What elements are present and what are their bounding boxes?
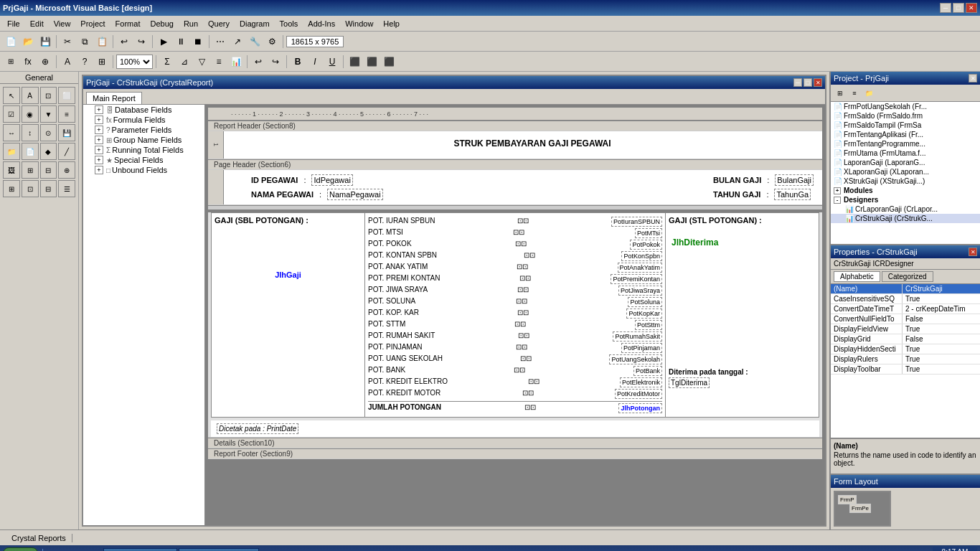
- tb-group[interactable]: ≡: [211, 54, 227, 70]
- tb-chart[interactable]: 📊: [228, 54, 244, 70]
- main-report-tab[interactable]: Main Report: [86, 92, 142, 104]
- tool-combo[interactable]: ▼: [40, 105, 57, 123]
- tb-cr-field[interactable]: ⊞: [3, 54, 19, 70]
- tb-cr-nav[interactable]: ⊞: [94, 54, 110, 70]
- cr-minimize[interactable]: ─: [793, 78, 802, 87]
- tb-redocr[interactable]: ↪: [268, 54, 283, 70]
- menu-tools[interactable]: Tools: [275, 18, 303, 29]
- proj-laporangaji[interactable]: 📄 LaporanGaji (LaporanG...: [831, 158, 980, 167]
- expand-unbound[interactable]: +: [95, 166, 103, 174]
- report-canvas[interactable]: · · · · · · 1 · · · · · · 2 · · · · · · …: [205, 105, 825, 525]
- cr-close[interactable]: ✕: [814, 78, 822, 87]
- tool-input[interactable]: ⊡: [40, 87, 57, 104]
- proj-xlaporangaji[interactable]: 📄 XLaporanGaji (XLaporan...: [831, 167, 980, 176]
- tree-running-total[interactable]: + Σ Running Total Fields: [83, 145, 204, 155]
- tool-timer[interactable]: ⊙: [40, 124, 57, 141]
- tb-other2[interactable]: ⚙: [264, 34, 280, 50]
- tb-cr-help[interactable]: ?: [77, 54, 93, 70]
- tool-line[interactable]: ╱: [58, 143, 75, 160]
- taskbar-icon-3[interactable]: 🔥: [85, 547, 102, 551]
- tb-stop[interactable]: ⏹: [190, 34, 206, 50]
- menu-diagram[interactable]: Diagram: [235, 18, 274, 29]
- tb-play[interactable]: ▶: [156, 34, 171, 50]
- tb-cr-browse[interactable]: ⊕: [37, 54, 53, 70]
- menu-debug[interactable]: Debug: [146, 18, 177, 29]
- tool-r4[interactable]: ☰: [58, 180, 75, 197]
- tb-cr-text[interactable]: A: [60, 54, 75, 70]
- tool-a[interactable]: A: [22, 87, 39, 104]
- prop-displayfield-row[interactable]: DisplayFieldView True: [831, 324, 980, 334]
- menu-run[interactable]: Run: [179, 18, 202, 29]
- proj-view-object[interactable]: ⊞: [834, 87, 847, 100]
- proj-xstrukgaji[interactable]: 📄 XStrukGaji (XStrukGaji...): [831, 176, 980, 186]
- menu-format[interactable]: Format: [111, 18, 145, 29]
- tool-r2[interactable]: ⊡: [22, 180, 39, 197]
- tool-shape[interactable]: ◆: [40, 143, 57, 160]
- tb-step[interactable]: ⋯: [212, 34, 228, 50]
- close-button[interactable]: ✕: [966, 3, 977, 13]
- tb-bold[interactable]: B: [290, 54, 306, 70]
- tree-groupname-fields[interactable]: + ⊞ Group Name Fields: [83, 135, 204, 145]
- proj-frmsaldotampil[interactable]: 📄 FrmSaldoTampil (FrmSa: [831, 121, 980, 130]
- tb-alignleft[interactable]: ⬛: [347, 54, 362, 70]
- prop-displayhidden-row[interactable]: DisplayHiddenSecti True: [831, 344, 980, 354]
- tb-cr-formula[interactable]: fx: [20, 54, 36, 70]
- zoom-select[interactable]: 100% 75% 150%: [116, 55, 153, 69]
- tool-radio[interactable]: ◉: [22, 105, 39, 123]
- proj-toggle[interactable]: 📁: [862, 87, 875, 100]
- taskbar-cr-item[interactable]: PrjGaji - CrStrukGa...: [179, 548, 259, 551]
- proj-frmtentangprog[interactable]: 📄 FrmTentangProgramme...: [831, 139, 980, 149]
- tb-undo[interactable]: ↩: [116, 34, 132, 50]
- expand-parameter[interactable]: +: [95, 126, 103, 134]
- expand-special[interactable]: +: [95, 156, 103, 164]
- tree-database-fields[interactable]: + 🗄 Database Fields: [83, 105, 204, 115]
- expand-database[interactable]: +: [95, 105, 103, 114]
- tool-vscroll[interactable]: ↕: [22, 124, 39, 141]
- tb-ref[interactable]: ↗: [230, 34, 245, 50]
- tb-new[interactable]: 📄: [3, 34, 19, 50]
- tb-pause[interactable]: ⏸: [173, 34, 189, 50]
- tb-paste[interactable]: 📋: [94, 34, 110, 50]
- tool-r3[interactable]: ⊟: [40, 180, 57, 197]
- expand-modules[interactable]: +: [834, 187, 841, 194]
- proj-modules[interactable]: + Modules: [831, 186, 980, 195]
- proj-crlaporangaji[interactable]: 📊 CrLaporanGaji (CrLapor...: [831, 204, 980, 214]
- tool-file[interactable]: 📄: [22, 143, 39, 160]
- cr-maximize[interactable]: □: [804, 78, 812, 87]
- tb-alignright[interactable]: ⬛: [381, 54, 397, 70]
- prop-convertdate-row[interactable]: ConvertDateTimeT 2 - crKeepDateTim: [831, 304, 980, 314]
- props-tab-categorized[interactable]: Categorized: [882, 271, 933, 282]
- tool-hscroll[interactable]: ↔: [3, 124, 20, 141]
- tb-aligncenter[interactable]: ⬛: [364, 54, 380, 70]
- tool-check[interactable]: ☑: [3, 105, 20, 123]
- tool-ole[interactable]: ⊟: [40, 161, 57, 179]
- tool-image[interactable]: 🖼: [3, 161, 20, 179]
- tree-parameter-fields[interactable]: + ? Parameter Fields: [83, 125, 204, 135]
- tb-save[interactable]: 💾: [37, 34, 53, 50]
- menu-project[interactable]: Project: [76, 18, 109, 29]
- prop-displayrulers-row[interactable]: DisplayRulers True: [831, 354, 980, 364]
- properties-close[interactable]: ✕: [969, 248, 977, 256]
- start-button[interactable]: 〈 start: [3, 547, 38, 551]
- tb-open[interactable]: 📂: [20, 34, 36, 50]
- maximize-button[interactable]: □: [953, 3, 964, 13]
- tb-underline[interactable]: U: [324, 54, 340, 70]
- prop-convertnull-row[interactable]: ConvertNullFieldTo False: [831, 314, 980, 324]
- tree-formula-fields[interactable]: + fx Formula Fields: [83, 115, 204, 125]
- proj-frmpotuang[interactable]: 📄 FrmPotUangSekolah (Fr...: [831, 102, 980, 111]
- prop-caseinsensitive-row[interactable]: CaseInsensitiveSQ True: [831, 294, 980, 304]
- tb-undocr[interactable]: ↩: [250, 54, 266, 70]
- tool-list[interactable]: ≡: [58, 105, 75, 123]
- tb-sortdesc[interactable]: ▽: [194, 54, 209, 70]
- tb-copy[interactable]: ⧉: [77, 34, 93, 50]
- taskbar-icon-1[interactable]: 💻: [47, 547, 65, 551]
- tool-drive[interactable]: 💾: [58, 124, 75, 141]
- expand-designers[interactable]: -: [834, 197, 841, 204]
- tb-sum[interactable]: Σ: [159, 54, 175, 70]
- taskbar-icon-2[interactable]: 🌐: [66, 547, 83, 551]
- expand-running[interactable]: +: [95, 146, 103, 154]
- menu-view[interactable]: View: [50, 18, 75, 29]
- prop-displaytoolbar-row[interactable]: DisplayToolbar True: [831, 364, 980, 375]
- expand-formula[interactable]: +: [95, 116, 103, 124]
- tb-italic[interactable]: I: [307, 54, 323, 70]
